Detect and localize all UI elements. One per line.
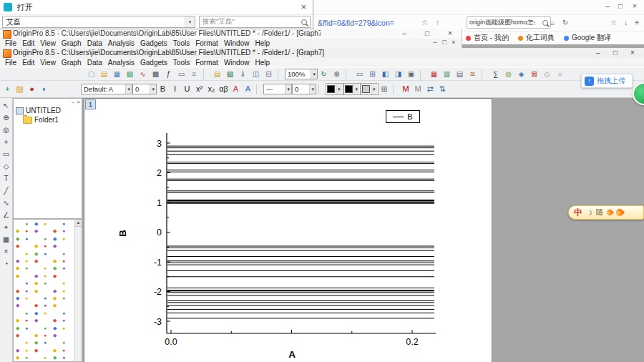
moon-icon[interactable]: ☽ (586, 209, 592, 217)
maximize-button[interactable]: □ (421, 29, 433, 37)
data-reader-tool[interactable]: ⌖ (0, 221, 12, 233)
italic-button[interactable]: I (169, 83, 181, 95)
window-icon[interactable]: ● (44, 243, 47, 248)
unmask-icon[interactable]: M (412, 83, 424, 95)
greek-button[interactable]: αβ (218, 83, 230, 95)
menu-gadgets[interactable]: Gadgets (137, 39, 170, 47)
half-fill-icon[interactable]: ◗ (38, 83, 50, 95)
window-icon[interactable]: ◆ (34, 273, 38, 278)
window-icon[interactable]: ◆ (34, 303, 38, 308)
rect-select-tool[interactable]: ▭ (0, 148, 12, 160)
browser-close-button[interactable]: × (630, 2, 640, 10)
window-icon[interactable]: ● (25, 310, 28, 315)
menu-tools[interactable]: Tools (170, 39, 192, 47)
flip-icon[interactable]: ⇅ (436, 83, 449, 95)
menu-tools[interactable]: Tools (170, 59, 192, 67)
pattern-color-swatch[interactable]: ▾ (361, 83, 379, 95)
window-icon[interactable]: ● (25, 355, 28, 360)
menu-format[interactable]: Format (192, 59, 221, 67)
window-icon[interactable]: ◆ (53, 273, 57, 278)
rescale-icon[interactable]: ▭ (353, 69, 366, 79)
window-icon[interactable]: ● (44, 236, 47, 241)
superscript-button[interactable]: x² (193, 83, 205, 95)
import-icon[interactable]: ⇓ (237, 69, 249, 79)
legend[interactable]: B (386, 110, 420, 123)
new-notes-icon[interactable]: ≡ (188, 69, 200, 79)
column-icon[interactable]: ▥ (441, 69, 453, 79)
window-icon[interactable]: ● (62, 318, 65, 323)
window-icon[interactable]: ● (44, 273, 47, 278)
duplicate-window-icon[interactable]: ▣ (405, 69, 417, 79)
window-icon[interactable]: ◆ (16, 295, 19, 300)
window-icon[interactable]: ● (44, 303, 47, 308)
screen-reader-tool[interactable]: + (0, 136, 12, 148)
window-icon[interactable]: ● (25, 251, 28, 256)
window-icon[interactable]: ● (62, 251, 65, 256)
scrollbar[interactable]: ▲ (74, 220, 82, 361)
window-icon[interactable]: ◆ (53, 265, 57, 270)
polyline-tool[interactable]: ∠ (0, 209, 12, 221)
window-icon[interactable]: ● (62, 221, 65, 226)
new-graph-icon[interactable]: ∿ (137, 69, 149, 79)
menu-format[interactable]: Format (192, 39, 221, 47)
window-icon[interactable]: ● (25, 236, 28, 241)
window-icon[interactable]: ● (25, 348, 28, 353)
menu-graph[interactable]: Graph (59, 39, 84, 47)
open-excel-icon[interactable]: ▧ (224, 69, 236, 79)
new-workbook-icon[interactable]: ▦ (111, 69, 123, 79)
symbol-icon[interactable]: ● (26, 83, 38, 95)
menu-edit[interactable]: Edit (19, 59, 37, 67)
window-icon[interactable]: ● (44, 355, 47, 360)
zoom-combo[interactable]: 100% ▾ (285, 69, 318, 79)
window-icon[interactable]: ● (25, 295, 28, 300)
window-icon[interactable]: ● (25, 221, 28, 226)
window-icon[interactable]: ◆ (34, 228, 38, 233)
open-icon[interactable]: ▤ (211, 69, 223, 79)
rotate-tool[interactable]: ◔ (0, 258, 12, 270)
window-icon[interactable]: ● (25, 265, 28, 270)
menu-file[interactable]: File (2, 39, 19, 47)
subscript-button[interactable]: x₂ (205, 83, 218, 95)
window-icon[interactable]: ◆ (53, 333, 57, 338)
new-function-icon[interactable]: ƒ (162, 69, 175, 79)
window-icon[interactable]: ● (62, 288, 65, 293)
theme-icon[interactable]: ◍ (502, 69, 514, 79)
font-size-combo[interactable]: 0▾ (132, 84, 157, 94)
window-icon[interactable]: ● (25, 288, 28, 293)
menu-view[interactable]: View (37, 59, 59, 67)
menu-help[interactable]: Help (252, 59, 273, 67)
dialog-search-input[interactable]: 搜索"艾磊" (199, 16, 311, 28)
window-icon[interactable]: ◆ (53, 288, 57, 293)
window-icon[interactable]: ◆ (34, 333, 38, 338)
menu-analysis[interactable]: Analysis (105, 59, 137, 67)
window-icon[interactable]: ◆ (34, 258, 38, 263)
window-icon[interactable]: ● (25, 228, 28, 233)
panel-pin-icon[interactable]: – (72, 99, 74, 105)
origin-titlebar[interactable]: OriginPro 8.5 - C:\Users\jie\Documents\O… (0, 48, 644, 59)
new-folder-icon[interactable]: ▤ (98, 69, 110, 79)
window-icon[interactable]: ● (62, 265, 65, 270)
window-icon[interactable]: ◆ (34, 318, 38, 323)
window-icon[interactable]: ● (25, 318, 28, 323)
shape-icon[interactable]: ◇ (541, 69, 553, 79)
font-combo[interactable]: Default: A▾ (81, 84, 132, 94)
mdi-minimize-button[interactable]: – (431, 39, 439, 46)
matrix-tool[interactable]: ▦ (0, 233, 12, 245)
window-icon[interactable]: ● (44, 340, 47, 345)
window-icon[interactable]: ● (62, 355, 65, 360)
minimize-button[interactable]: – (399, 29, 410, 37)
window-icon[interactable]: ◆ (34, 280, 38, 285)
window-icon[interactable]: ◆ (16, 348, 19, 353)
window-icon[interactable]: ◆ (16, 288, 19, 293)
window-icon[interactable]: ◆ (53, 326, 57, 331)
menu-data[interactable]: Data (84, 59, 105, 67)
window-icon[interactable]: ◆ (16, 355, 19, 360)
menu-help[interactable]: Help (252, 39, 273, 47)
window-icon[interactable]: ◆ (16, 333, 19, 338)
new-excel-icon[interactable]: ▧ (124, 69, 136, 79)
add-icon[interactable]: + (1, 83, 14, 95)
minimize-button[interactable]: – (592, 49, 604, 57)
search-icon[interactable] (542, 20, 548, 26)
window-icon[interactable]: ● (62, 295, 65, 300)
window-icon[interactable]: ● (25, 326, 28, 331)
